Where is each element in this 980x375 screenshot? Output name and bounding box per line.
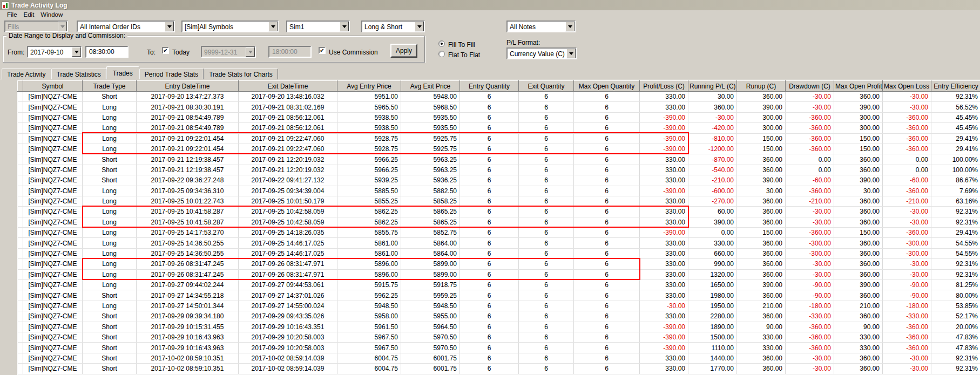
tab-period-trade-stats[interactable]: Period Trade Stats (139, 69, 204, 79)
table-row[interactable]: [Sim]NQZ7-CMEShort2017-09-22 09:36:27.24… (18, 175, 980, 186)
dropdown-arrow-icon[interactable] (340, 22, 349, 31)
flat-to-flat-label[interactable]: Flat To Flat (448, 51, 480, 59)
direction-dropdown[interactable]: Long & Short (361, 21, 425, 32)
to-time-field[interactable]: 18:00:00 (268, 46, 312, 58)
fill-to-fill-radio[interactable] (438, 40, 445, 47)
table-row[interactable]: [Sim]NQZ7-CMELong2017-09-21 08:30:30.191… (18, 102, 980, 112)
column-header-max-open-loss[interactable]: Max Open Loss (C) (883, 81, 931, 92)
dropdown-arrow-icon[interactable] (268, 22, 278, 31)
dropdown-arrow-icon[interactable] (415, 22, 424, 31)
use-commission-label[interactable]: Use Commission (329, 49, 378, 56)
dropdown-arrow-icon[interactable] (566, 49, 576, 58)
column-header-entry-quantity[interactable]: Entry Quantity (460, 81, 519, 92)
cell-entry-datetime: 2017-09-25 09:34:36.310 (137, 186, 239, 196)
menu-edit[interactable]: Edit (21, 11, 38, 18)
symbol-filter-dropdown[interactable]: [Sim]All Symbols (181, 21, 279, 32)
table-row[interactable]: [Sim]NQZ7-CMELong2017-09-25 10:41:58.287… (18, 217, 980, 227)
cell-trade-type: Short (83, 165, 137, 175)
cell-exit-datetime: 2017-09-21 12:20:19.032 (239, 165, 337, 175)
column-header-avg-exit-price[interactable]: Avg Exit Price (401, 81, 460, 92)
flat-to-flat-radio[interactable] (438, 51, 445, 57)
table-row[interactable]: [Sim]NQZ7-CMEShort2017-09-29 10:15:31.45… (18, 322, 980, 332)
column-header-exit-quantity[interactable]: Exit Quantity (519, 81, 574, 92)
dropdown-arrow-icon[interactable] (565, 22, 575, 31)
table-row[interactable]: [Sim]NQZ7-CMELong2017-09-25 10:41:58.287… (18, 207, 980, 217)
table-row[interactable]: [Sim]NQZ7-CMEShort2017-09-27 14:34:55.21… (18, 290, 980, 301)
table-row[interactable]: [Sim]NQZ7-CMELong2017-09-25 14:17:53.270… (18, 228, 980, 238)
column-header-trade-type[interactable]: Trade Type (83, 81, 137, 92)
cell-trade-type: Short (83, 290, 137, 301)
column-header-profit-loss[interactable]: Profit/Loss (C) (640, 81, 688, 92)
table-row[interactable]: [Sim]NQZ7-CMEShort2017-09-29 10:16:43.96… (18, 332, 980, 342)
table-row[interactable]: [Sim]NQZ7-CMELong2017-09-25 14:36:50.255… (18, 238, 980, 248)
dropdown-arrow-icon[interactable] (246, 47, 255, 57)
column-header-entry-efficiency[interactable]: Entry Efficiency (931, 81, 980, 92)
table-row[interactable]: [Sim]NQZ7-CMELong2017-09-27 09:44:02.244… (18, 280, 980, 290)
cell-symbol: [Sim]NQZ7-CME (23, 290, 83, 301)
table-row[interactable]: [Sim]NQZ7-CMELong2017-09-25 14:36:50.255… (18, 248, 980, 258)
cell-avg-exit-price: 6001.75 (401, 364, 460, 374)
tab-trades[interactable]: Trades (106, 66, 139, 79)
table-row[interactable]: [Sim]NQZ7-CMEShort2017-09-29 10:16:43.96… (18, 343, 980, 353)
today-checkbox[interactable]: ✔ (162, 47, 169, 54)
table-row[interactable]: [Sim]NQZ7-CMEShort2017-09-21 12:19:38.45… (18, 165, 980, 175)
column-header-entry-datetime[interactable]: Entry DateTime (137, 81, 239, 92)
notes-dropdown[interactable]: All Notes (506, 21, 576, 32)
fills-dropdown[interactable]: Fills (4, 21, 68, 32)
table-row[interactable]: [Sim]NQZ7-CMEShort2017-09-21 12:19:38.45… (18, 154, 980, 165)
cell-max-open-profit: 150.00 (834, 133, 883, 144)
to-date-dropdown[interactable]: 9999-12-31 (201, 46, 256, 58)
tab-trade-stats-for-charts[interactable]: Trade Stats for Charts (204, 69, 278, 79)
arrow-down-icon (167, 25, 172, 28)
column-header-avg-entry-price[interactable]: Avg Entry Price (337, 81, 401, 92)
internal-order-ids-dropdown[interactable]: All Internal Order IDs (77, 21, 175, 32)
tab-trade-statistics[interactable]: Trade Statistics (51, 69, 106, 79)
cell-symbol: [Sim]NQZ7-CME (23, 112, 83, 122)
table-row[interactable]: [Sim]NQZ7-CMEShort2017-09-20 13:47:27.37… (18, 92, 980, 102)
column-header-exit-datetime[interactable]: Exit DateTime (239, 81, 337, 92)
cell-entry-efficiency: 45.45% (931, 112, 980, 122)
column-header-max-open-profit[interactable]: Max Open Profit (C) (834, 81, 883, 92)
table-row[interactable]: [Sim]NQZ7-CMEShort2017-09-29 09:39:34.18… (18, 311, 980, 322)
pl-format-dropdown[interactable]: Currency Value (C) (506, 47, 577, 59)
cell-max-open-loss: -30.00 (883, 353, 931, 363)
table-row[interactable]: [Sim]NQZ7-CMELong2017-09-27 14:50:01.344… (18, 301, 980, 311)
table-row[interactable]: [Sim]NQZ7-CMELong2017-09-26 08:31:47.245… (18, 269, 980, 279)
table-row[interactable]: [Sim]NQZ7-CMEShort2017-10-02 08:59:10.35… (18, 364, 980, 374)
tab-trade-activity[interactable]: Trade Activity (2, 69, 51, 79)
cell-profit-loss: -390.00 (640, 186, 688, 196)
fill-to-fill-label[interactable]: Fill To Fill (448, 41, 475, 49)
table-row[interactable]: [Sim]NQZ7-CMELong2017-09-25 10:01:22.743… (18, 196, 980, 206)
dropdown-arrow-icon[interactable] (165, 22, 174, 31)
column-header-max-open-quantity[interactable]: Max Open Quantity (574, 81, 640, 92)
column-header-running-pl[interactable]: Running P/L (C) (688, 81, 737, 92)
table-row[interactable]: [Sim]NQZ7-CMELong2017-09-25 09:34:36.310… (18, 186, 980, 196)
cell-max-open-quantity: 6 (574, 92, 640, 102)
table-row[interactable]: [Sim]NQZ7-CMELong2017-09-21 09:22:01.454… (18, 144, 980, 154)
menu-window[interactable]: Window (37, 11, 66, 18)
table-row[interactable]: [Sim]NQZ7-CMELong2017-09-21 08:54:49.789… (18, 112, 980, 122)
cell-exit-datetime: 2017-09-25 10:42:58.059 (239, 207, 337, 217)
cell-max-open-loss: -300.00 (883, 238, 931, 248)
dropdown-arrow-icon[interactable] (72, 47, 81, 57)
cell-max-open-profit: 390.00 (834, 280, 883, 290)
dropdown-arrow-icon[interactable] (58, 22, 67, 31)
table-row[interactable]: [Sim]NQZ7-CMELong2017-09-26 08:31:47.245… (18, 259, 980, 269)
table-row[interactable]: [Sim]NQZ7-CMELong2017-09-21 08:54:49.789… (18, 123, 980, 133)
from-time-field[interactable]: 08:30:00 (85, 46, 129, 58)
menu-file[interactable]: File (4, 11, 21, 18)
from-date-dropdown[interactable]: 2017-09-10 (27, 46, 82, 58)
apply-button[interactable]: Apply (390, 44, 417, 58)
table-row[interactable]: [Sim]NQZ7-CMELong2017-09-21 09:22:01.454… (18, 133, 980, 144)
cell-entry-datetime: 2017-09-29 09:39:34.180 (137, 311, 239, 322)
today-checkbox-label[interactable]: Today (172, 49, 190, 56)
column-header-drawdown[interactable]: Drawdown (C) (786, 81, 834, 92)
use-commission-checkbox[interactable]: ✔ (319, 47, 326, 54)
titlebar[interactable]: Trade Activity Log (0, 0, 980, 10)
account-dropdown[interactable]: Sim1 (286, 21, 350, 32)
table-row[interactable]: [Sim]NQZ7-CMEShort2017-10-02 08:59:10.35… (18, 353, 980, 363)
cell-drawdown: -30.00 (786, 353, 834, 363)
column-header-symbol[interactable]: Symbol (23, 81, 83, 92)
column-header-runup[interactable]: Runup (C) (737, 81, 786, 92)
cell-max-open-quantity: 6 (574, 228, 640, 238)
